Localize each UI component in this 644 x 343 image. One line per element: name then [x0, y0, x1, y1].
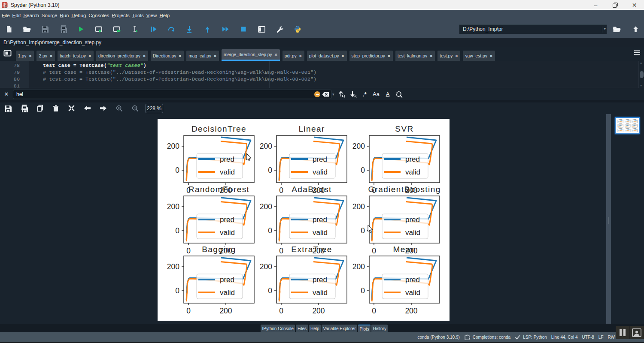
svg-text:RandomForest: RandomForest — [188, 185, 249, 194]
svg-text:0: 0 — [175, 286, 179, 295]
svg-text:200: 200 — [167, 262, 179, 271]
svg-text:0: 0 — [186, 307, 191, 315]
svg-text:pred: pred — [405, 276, 420, 284]
svg-text:0: 0 — [279, 307, 283, 315]
svg-text:200: 200 — [219, 307, 232, 315]
svg-text:0: 0 — [279, 186, 283, 195]
svg-text:Bagging: Bagging — [202, 245, 236, 254]
svg-text:0: 0 — [372, 307, 376, 315]
svg-text:Mean: Mean — [393, 245, 416, 254]
svg-text:200: 200 — [167, 142, 179, 150]
svg-text:200: 200 — [352, 202, 365, 211]
svg-text:200: 200 — [260, 202, 272, 211]
svg-text:valid: valid — [405, 289, 420, 297]
svg-text:0: 0 — [372, 247, 376, 255]
svg-text:pred: pred — [313, 155, 327, 163]
svg-text:0: 0 — [175, 166, 179, 175]
svg-text:0: 0 — [361, 226, 365, 235]
svg-text:valid: valid — [405, 168, 420, 176]
svg-text:0: 0 — [268, 286, 272, 295]
svg-text:pred: pred — [405, 155, 420, 163]
svg-text:0: 0 — [279, 247, 283, 255]
svg-text:valid: valid — [313, 289, 328, 297]
svg-text:pred: pred — [313, 216, 327, 224]
svg-text:0: 0 — [361, 166, 365, 175]
svg-text:valid: valid — [405, 229, 420, 237]
svg-text:200: 200 — [312, 307, 325, 315]
svg-text:pred: pred — [220, 276, 234, 284]
svg-text:200: 200 — [167, 202, 179, 211]
svg-text:pred: pred — [220, 216, 234, 224]
svg-text:200: 200 — [352, 262, 365, 271]
svg-text:GradientBoosting: GradientBoosting — [368, 185, 440, 194]
svg-text:0: 0 — [268, 226, 272, 235]
svg-text:0: 0 — [186, 247, 191, 255]
svg-text:valid: valid — [220, 229, 235, 237]
svg-text:DecisionTree: DecisionTree — [191, 124, 246, 133]
svg-text:200: 200 — [260, 142, 272, 150]
svg-text:SVR: SVR — [395, 124, 413, 133]
svg-text:valid: valid — [313, 168, 328, 176]
svg-text:Linear: Linear — [298, 124, 325, 133]
svg-text:AdaBoost: AdaBoost — [292, 185, 332, 194]
svg-text:200: 200 — [352, 142, 365, 150]
svg-text:0: 0 — [175, 226, 179, 235]
svg-text:0: 0 — [268, 166, 272, 175]
svg-text:200: 200 — [405, 307, 417, 315]
svg-text:pred: pred — [405, 216, 420, 224]
svg-text:pred: pred — [220, 155, 234, 163]
svg-text:valid: valid — [313, 229, 328, 237]
svg-text:valid: valid — [220, 289, 235, 297]
svg-text:valid: valid — [220, 168, 235, 176]
svg-text:pred: pred — [313, 276, 327, 284]
svg-text:0: 0 — [361, 286, 365, 295]
svg-text:200: 200 — [260, 262, 272, 271]
svg-text:ExtraTree: ExtraTree — [291, 245, 332, 254]
